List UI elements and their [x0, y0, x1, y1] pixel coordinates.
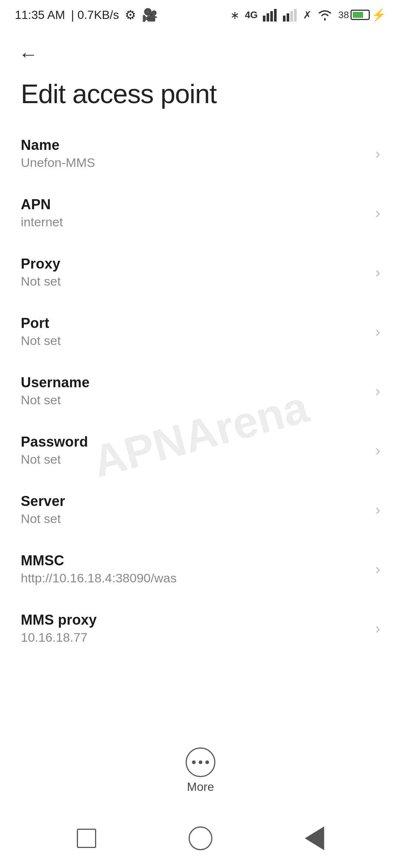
status-right: ∗ 4G ✗ 38 ⚡	[230, 8, 386, 22]
chevron-right-icon-7: ›	[375, 561, 380, 578]
chevron-right-icon-3: ›	[375, 323, 380, 340]
recents-icon	[77, 829, 96, 848]
settings-item[interactable]: Username Not set ›	[0, 361, 401, 421]
battery-icon	[351, 10, 370, 20]
wifi-icon	[317, 8, 333, 22]
settings-list: Name Unefon-MMS › APN internet › Proxy N…	[0, 124, 401, 658]
settings-item-label-2: Proxy	[21, 256, 61, 272]
recents-button[interactable]	[68, 820, 105, 857]
home-button[interactable]	[182, 820, 219, 857]
settings-item-content-0: Name Unefon-MMS	[21, 137, 95, 170]
settings-item[interactable]: MMSC http://10.16.18.4:38090/was ›	[0, 539, 401, 599]
svg-rect-6	[290, 11, 293, 22]
chevron-right-icon-6: ›	[375, 502, 380, 518]
settings-item-value-2: Not set	[21, 274, 61, 289]
svg-rect-5	[287, 13, 289, 22]
time-display: 11:35 AM	[15, 8, 65, 22]
settings-item-label-3: Port	[21, 315, 61, 331]
settings-item-content-5: Password Not set	[21, 434, 88, 467]
settings-item-content-2: Proxy Not set	[21, 256, 61, 289]
settings-item-label-7: MMSC	[21, 553, 177, 569]
bluetooth-icon: ∗	[230, 9, 239, 22]
battery-level: 38	[338, 9, 349, 21]
camera-icon: 🎥	[142, 7, 157, 22]
settings-item-content-1: APN internet	[21, 197, 63, 229]
home-icon	[189, 826, 212, 850]
settings-item[interactable]: Name Unefon-MMS ›	[0, 124, 401, 183]
more-dots-icon	[186, 747, 215, 777]
signal-bars2-icon	[283, 8, 298, 22]
settings-item-content-4: Username Not set	[21, 375, 89, 407]
settings-item[interactable]: APN internet ›	[0, 183, 401, 243]
settings-item-value-5: Not set	[21, 452, 88, 467]
more-button[interactable]: More	[171, 740, 230, 801]
page-title: Edit access point	[0, 71, 401, 124]
speed-display: | 0.7KB/s	[71, 8, 119, 22]
settings-item-value-3: Not set	[21, 333, 61, 348]
battery-indicator: 38 ⚡	[338, 8, 386, 22]
back-nav-button[interactable]	[296, 820, 333, 857]
svg-rect-7	[294, 9, 297, 22]
svg-rect-3	[274, 9, 277, 22]
settings-item-label-5: Password	[21, 434, 88, 450]
back-arrow-icon: ←	[19, 45, 38, 64]
chevron-right-icon-1: ›	[375, 205, 380, 221]
settings-item[interactable]: Server Not set ›	[0, 480, 401, 539]
svg-rect-0	[263, 16, 265, 22]
chevron-right-icon-2: ›	[375, 264, 380, 281]
settings-item-content-7: MMSC http://10.16.18.4:38090/was	[21, 553, 177, 585]
settings-icon: ⚙	[125, 7, 136, 22]
settings-item[interactable]: Proxy Not set ›	[0, 243, 401, 302]
back-button[interactable]: ←	[15, 41, 42, 68]
back-nav-icon	[305, 826, 324, 850]
settings-item-content-8: MMS proxy 10.16.18.77	[21, 612, 97, 645]
settings-item[interactable]: MMS proxy 10.16.18.77 ›	[0, 599, 401, 658]
more-label: More	[187, 780, 214, 794]
settings-item-label-0: Name	[21, 137, 95, 153]
status-bar: 11:35 AM | 0.7KB/s ⚙ 🎥 ∗ 4G ✗ 38	[0, 0, 401, 30]
chevron-right-icon-5: ›	[375, 442, 380, 459]
chevron-right-icon-4: ›	[375, 383, 380, 400]
settings-item-value-6: Not set	[21, 512, 65, 526]
settings-item-label-4: Username	[21, 375, 89, 391]
back-row: ←	[0, 30, 401, 71]
settings-item-value-7: http://10.16.18.4:38090/was	[21, 571, 177, 585]
settings-item-content-3: Port Not set	[21, 315, 61, 348]
settings-item[interactable]: Password Not set ›	[0, 421, 401, 480]
more-section: More	[0, 740, 401, 801]
svg-rect-2	[270, 11, 273, 22]
signal-4g-icon: 4G	[245, 9, 258, 21]
nav-bar	[0, 809, 401, 868]
settings-item-label-6: Server	[21, 493, 65, 509]
settings-item-value-1: internet	[21, 215, 63, 229]
settings-item-label-8: MMS proxy	[21, 612, 97, 628]
settings-item-value-0: Unefon-MMS	[21, 155, 95, 170]
settings-item-content-6: Server Not set	[21, 493, 65, 526]
settings-item-label-1: APN	[21, 197, 63, 213]
settings-item-value-8: 10.16.18.77	[21, 630, 97, 645]
signal-bars-icon	[263, 8, 278, 22]
settings-item-value-4: Not set	[21, 393, 89, 407]
chevron-right-icon-0: ›	[375, 145, 380, 162]
no-signal-icon: ✗	[303, 9, 312, 21]
charging-icon: ⚡	[371, 8, 386, 22]
settings-item[interactable]: Port Not set ›	[0, 302, 401, 361]
chevron-right-icon-8: ›	[375, 620, 380, 637]
svg-rect-1	[267, 13, 269, 22]
svg-rect-4	[283, 16, 286, 22]
status-left: 11:35 AM | 0.7KB/s ⚙ 🎥	[15, 7, 157, 22]
